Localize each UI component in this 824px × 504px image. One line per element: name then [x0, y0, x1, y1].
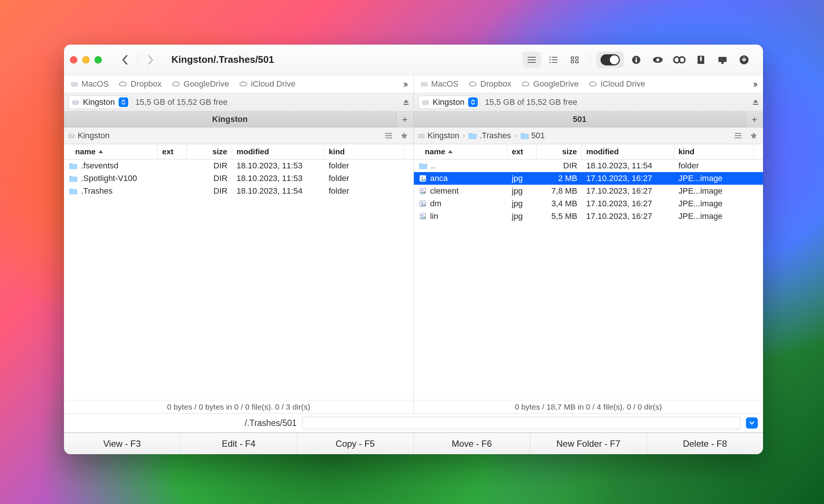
favorites-more-button[interactable]: ›› [753, 78, 756, 90]
path-dropdown-button[interactable] [746, 417, 758, 429]
path-label: /.Trashes/501 [245, 418, 297, 428]
file-panel-left: .fseventsdDIR18.10.2023, 11:53folder.Spo… [64, 159, 413, 413]
list-mode-icon[interactable] [382, 129, 396, 142]
file-row[interactable]: clementjpg7,8 MB17.10.2023, 16:27JPE...i… [414, 185, 763, 197]
col-size[interactable]: size [537, 144, 582, 159]
file-row[interactable]: .Spotlight-V100DIR18.10.2023, 11:53folde… [64, 172, 413, 185]
file-list-right[interactable]: ..DIR18.10.2023, 11:54folderancajpg2 MB1… [414, 159, 763, 400]
download-button[interactable] [735, 52, 753, 68]
fkey-button[interactable]: New Folder - F7 [530, 433, 647, 454]
drive-left: Kingston 15,5 GB of 15,52 GB free [64, 93, 413, 111]
col-scroll [754, 144, 763, 159]
share-button[interactable] [713, 52, 732, 68]
svg-rect-35 [418, 134, 424, 138]
svg-rect-29 [422, 101, 428, 104]
forward-button[interactable] [140, 51, 161, 69]
quicklook-button[interactable] [648, 52, 667, 68]
view-list-button[interactable] [522, 52, 541, 68]
new-tab-right-button[interactable]: + [746, 112, 763, 127]
file-row[interactable]: .TrashesDIR18.10.2023, 11:54folder [64, 185, 413, 197]
svg-rect-28 [403, 104, 409, 105]
tab-left[interactable]: Kingston [64, 112, 396, 127]
drive-selector-left[interactable]: Kingston [68, 96, 130, 109]
archive-button[interactable] [692, 52, 710, 68]
favorite-star-icon[interactable] [397, 129, 411, 142]
columns-row: name ext size modified kind name ext siz… [64, 144, 763, 159]
file-list-left[interactable]: .fseventsdDIR18.10.2023, 11:53folder.Spo… [64, 159, 413, 400]
eject-left-button[interactable] [402, 98, 410, 106]
favorite-item[interactable]: MacOS [71, 79, 109, 89]
separator [138, 54, 138, 66]
favorite-item[interactable]: iCloud Drive [239, 79, 296, 89]
favorites-more-button[interactable]: ›› [403, 78, 406, 90]
tab-right[interactable]: 501 [414, 112, 746, 127]
breadcrumb-item[interactable]: 501 [521, 131, 545, 140]
svg-rect-23 [721, 62, 724, 64]
file-row[interactable]: dmjpg3,4 MB17.10.2023, 16:27JPE...image [414, 197, 763, 210]
columns-left: name ext size modified kind [64, 144, 413, 159]
col-kind[interactable]: kind [674, 144, 754, 159]
favorite-item[interactable]: Dropbox [118, 79, 161, 89]
back-button[interactable] [115, 51, 135, 69]
chevron-updown-icon [119, 97, 128, 107]
col-modified[interactable]: modified [582, 144, 674, 159]
breadcrumb-item[interactable]: .Trashes [469, 131, 511, 140]
file-row[interactable]: ..DIR18.10.2023, 11:54folder [414, 159, 763, 172]
close-button[interactable] [70, 56, 77, 64]
free-space-left: 15,5 GB of 15,52 GB free [135, 97, 228, 107]
separator [590, 53, 590, 67]
zoom-button[interactable] [94, 56, 102, 64]
window-title: Kingston/.Trashes/501 [165, 54, 519, 65]
list-mode-icon[interactable] [731, 129, 745, 142]
status-left: 0 bytes / 0 bytes in 0 / 0 file(s). 0 / … [64, 400, 413, 413]
tabs-row: Kingston + 501 + [64, 112, 763, 127]
favorite-star-icon[interactable] [747, 129, 761, 142]
favorite-item[interactable]: MacOS [421, 79, 458, 89]
drive-selector-right[interactable]: Kingston [418, 96, 480, 109]
favorites-row: MacOSDropboxGoogleDriveiCloud Drive›› Ma… [64, 75, 763, 93]
view-columns-button[interactable] [544, 52, 563, 68]
fkey-button[interactable]: View - F3 [64, 433, 181, 454]
file-panel-right: ..DIR18.10.2023, 11:54folderancajpg2 MB1… [413, 159, 763, 413]
fkey-button[interactable]: Edit - F4 [181, 433, 297, 454]
svg-rect-12 [576, 61, 578, 63]
minimize-button[interactable] [82, 56, 90, 64]
favorite-item[interactable]: GoogleDrive [171, 79, 229, 89]
hidden-files-toggle[interactable] [596, 52, 624, 68]
search-button[interactable] [670, 52, 689, 68]
window-controls [70, 56, 109, 64]
favorite-item[interactable]: GoogleDrive [521, 79, 579, 89]
info-button[interactable] [627, 52, 646, 68]
breadcrumb-item[interactable]: Kingston [68, 131, 110, 140]
drive-row: Kingston 15,5 GB of 15,52 GB free Kingst… [64, 93, 763, 112]
toolbar [522, 52, 757, 68]
file-row[interactable]: ancajpg2 MB17.10.2023, 16:27JPE...image [414, 172, 763, 185]
file-row[interactable]: linjpg5,5 MB17.10.2023, 16:27JPE...image [414, 210, 763, 223]
breadcrumb-item[interactable]: Kingston [418, 131, 460, 140]
new-tab-left-button[interactable]: + [396, 112, 413, 127]
eject-right-button[interactable] [752, 98, 759, 106]
svg-rect-11 [571, 61, 574, 63]
fkey-button[interactable]: Move - F6 [414, 433, 531, 454]
col-ext[interactable]: ext [158, 144, 187, 159]
col-ext[interactable]: ext [508, 144, 537, 159]
col-kind[interactable]: kind [324, 144, 405, 159]
col-size[interactable]: size [187, 144, 232, 159]
svg-rect-9 [571, 57, 574, 59]
favorite-item[interactable]: iCloud Drive [588, 79, 645, 89]
fkey-button[interactable]: Copy - F5 [297, 433, 414, 454]
breadcrumb-separator: › [463, 132, 465, 139]
col-name[interactable]: name [64, 144, 158, 159]
favorite-item[interactable]: Dropbox [468, 79, 511, 89]
col-modified[interactable]: modified [232, 144, 324, 159]
svg-rect-30 [753, 104, 758, 105]
fkey-button[interactable]: Delete - F8 [647, 433, 763, 454]
file-row[interactable]: .fseventsdDIR18.10.2023, 11:53folder [64, 159, 413, 172]
view-icons-button[interactable] [566, 52, 584, 68]
disk-icon [422, 98, 429, 106]
col-name[interactable]: name [414, 144, 508, 159]
status-right: 0 bytes / 18,7 MB in 0 / 4 file(s). 0 / … [414, 400, 763, 413]
path-input[interactable] [302, 417, 741, 429]
svg-rect-22 [718, 57, 727, 62]
svg-rect-25 [71, 83, 77, 86]
